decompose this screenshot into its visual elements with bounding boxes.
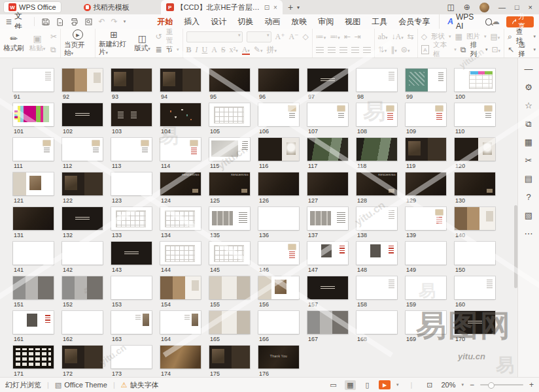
globe-icon[interactable]: ⊕	[464, 3, 470, 12]
redo-icon[interactable]: ↷	[111, 17, 118, 26]
slide-thumbnail-125[interactable]: RENDERING	[209, 172, 250, 195]
shapes-label[interactable]: 形状	[431, 32, 445, 41]
more-icon[interactable]: ⋯	[525, 229, 533, 238]
slide-thumbnail-111[interactable]	[13, 138, 54, 161]
slide-thumbnail-150[interactable]	[455, 242, 495, 265]
convert-text-icon[interactable]: ⇆	[408, 33, 414, 41]
ribbon-tab-9[interactable]: 工具	[372, 16, 387, 27]
slide-thumbnail-175[interactable]	[209, 346, 250, 368]
gift-icon[interactable]: ▧	[525, 211, 532, 220]
theme-label[interactable]: Office Theme	[64, 381, 107, 389]
slide-thumbnail-133[interactable]	[111, 207, 152, 230]
reading-view-button[interactable]: ▯	[362, 380, 373, 390]
slide-thumbnail-138[interactable]	[356, 207, 397, 230]
wps-ai-button[interactable]: A WPS AI	[439, 12, 479, 31]
slide-thumbnail-119[interactable]	[406, 138, 446, 161]
tab-close-icon[interactable]: ×	[273, 4, 277, 11]
slide-thumbnail-126[interactable]	[258, 172, 299, 195]
slide-thumbnail-149[interactable]	[406, 242, 446, 265]
normal-view-button[interactable]: ▭	[328, 380, 339, 390]
slide-thumbnail-107[interactable]	[307, 103, 348, 126]
slide-thumbnail-108[interactable]	[356, 103, 397, 126]
textbox-label[interactable]: 文本框	[433, 41, 450, 59]
slide-thumbnail-95[interactable]	[209, 69, 250, 91]
bullet-list-icon[interactable]: ≔▾	[316, 33, 326, 41]
line-spacing-icon[interactable]: ⇅▾	[378, 46, 387, 54]
tab-docer-template[interactable]: 找稻壳模板	[78, 0, 135, 14]
minimize-button[interactable]: —	[498, 3, 506, 11]
slide-thumbnail-161[interactable]	[13, 311, 54, 334]
slide-thumbnail-114[interactable]	[160, 138, 201, 161]
missing-font-label[interactable]: 缺失字体	[130, 380, 159, 390]
slide-sorter-view-button[interactable]: ▦	[345, 380, 356, 390]
slide-thumbnail-118[interactable]	[356, 138, 397, 161]
help-icon[interactable]: ?	[526, 193, 530, 201]
slide-thumbnail-143[interactable]	[111, 242, 152, 265]
slideshow-play-button[interactable]: ▶	[379, 380, 391, 389]
start-from-current-button[interactable]: ▶ 当页开始▾	[64, 29, 92, 56]
slide-thumbnail-116[interactable]	[258, 138, 299, 161]
close-button[interactable]: ×	[529, 3, 532, 11]
slide-thumbnail-91[interactable]	[13, 69, 54, 91]
align-right-icon[interactable]	[339, 47, 347, 53]
slide-master-icon[interactable]: ⊡▾	[492, 46, 501, 54]
slide-thumbnail-140[interactable]	[455, 207, 495, 230]
justify-icon[interactable]	[351, 47, 359, 53]
slide-thumbnail-101[interactable]	[13, 103, 54, 126]
phonetic-guide-icon[interactable]: 拼▾	[266, 46, 277, 54]
notebook-icon[interactable]: ▤	[525, 174, 532, 183]
layout-button[interactable]: ◫ 版式▾	[131, 34, 152, 52]
ribbon-tab-1[interactable]: 开始	[157, 16, 173, 27]
slide-thumbnail-162[interactable]	[62, 311, 103, 334]
vertical-text-icon[interactable]: ↓A▾	[392, 33, 404, 41]
slide-thumbnail-106[interactable]	[258, 103, 299, 126]
image-tools-icon[interactable]: ▦	[525, 138, 532, 146]
clear-format-icon[interactable]: ◇	[303, 33, 309, 41]
ribbon-tab-6[interactable]: 放映	[291, 16, 307, 27]
slide-thumbnail-120[interactable]	[455, 138, 495, 161]
cut-tools-icon[interactable]: ✂	[525, 156, 532, 165]
slide-thumbnail-164[interactable]	[160, 311, 201, 334]
slide-thumbnail-130[interactable]	[455, 172, 495, 195]
slide-thumbnail-97[interactable]	[307, 69, 348, 91]
slide-thumbnail-152[interactable]	[62, 276, 103, 299]
slide-thumbnail-100[interactable]	[455, 69, 495, 91]
zoom-in-button[interactable]: +	[529, 380, 534, 389]
slide-thumbnail-128[interactable]: RENDERING	[356, 172, 397, 195]
align-center-icon[interactable]	[328, 47, 336, 53]
save-icon[interactable]	[41, 18, 50, 26]
ribbon-tab-5[interactable]: 动画	[264, 16, 280, 27]
zoom-chevron-icon[interactable]: ▾	[461, 382, 464, 387]
print-icon[interactable]	[70, 18, 78, 26]
slide-thumbnail-165[interactable]	[209, 311, 250, 334]
tab-list-chevron-icon[interactable]: ▾	[297, 5, 300, 10]
search-icon[interactable]	[485, 18, 492, 25]
slide-thumbnail-115[interactable]	[209, 138, 250, 161]
distribute-icon[interactable]	[363, 47, 371, 53]
decrease-indent-icon[interactable]: ⇤	[344, 33, 351, 41]
slide-thumbnail-102[interactable]	[62, 103, 103, 126]
slide-thumbnail-147[interactable]	[307, 242, 348, 265]
bold-icon[interactable]: B	[186, 46, 192, 54]
file-menu[interactable]: ☰ 文件	[0, 17, 35, 26]
select-label[interactable]: 选择	[518, 41, 529, 59]
slide-thumbnail-104[interactable]	[160, 103, 201, 126]
collapse-pane-icon[interactable]: —	[525, 65, 533, 73]
slide-thumbnail-170[interactable]	[455, 311, 495, 334]
slide-thumbnail-163[interactable]	[111, 311, 152, 334]
ribbon-tab-10[interactable]: 会员专享	[398, 16, 430, 27]
increase-font-icon[interactable]: A⁺	[275, 33, 285, 41]
decrease-font-icon[interactable]: A⁻	[289, 33, 299, 41]
slide-thumbnail-155[interactable]	[209, 276, 250, 299]
font-name-select[interactable]	[186, 31, 243, 42]
slide-thumbnail-173[interactable]	[111, 346, 152, 368]
slide-thumbnail-169[interactable]	[406, 311, 446, 334]
slide-thumbnail-92[interactable]	[62, 69, 103, 91]
slide-thumbnail-134[interactable]	[160, 207, 201, 230]
new-slide-button[interactable]: ⊞ 新建幻灯片▾	[99, 30, 129, 56]
slide-thumbnail-123[interactable]	[111, 172, 152, 195]
share-button[interactable]: 分享	[506, 16, 534, 27]
strikethrough-icon[interactable]: S	[221, 46, 226, 54]
slide-thumbnail-160[interactable]	[455, 276, 495, 299]
chart-icon[interactable]: ▤▾	[490, 33, 500, 41]
